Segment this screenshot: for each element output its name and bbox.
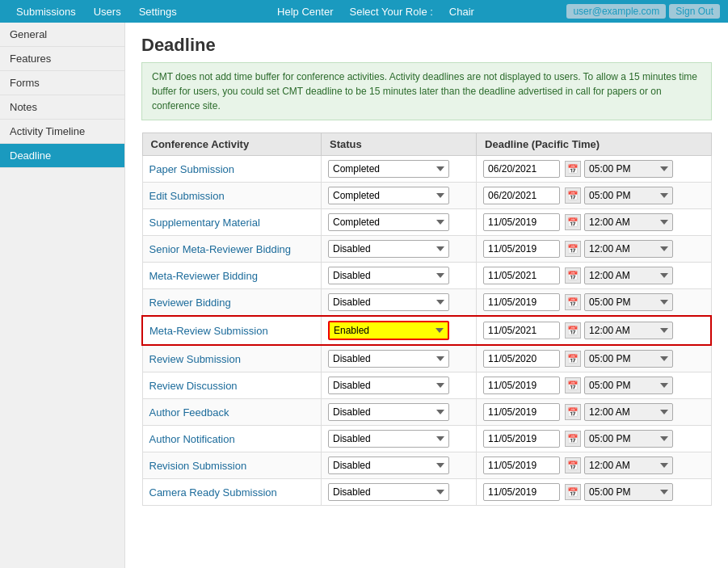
sidebar-item-features[interactable]: Features	[0, 47, 124, 71]
calendar-icon[interactable]: 📅	[565, 267, 581, 284]
time-select[interactable]: 12:00 AM05:00 PM11:59 PM	[584, 160, 673, 178]
role-selector[interactable]: Chair	[441, 2, 482, 21]
date-input[interactable]	[483, 293, 560, 311]
deadline-cell: 📅12:00 AM05:00 PM11:59 PM	[483, 267, 704, 284]
date-input[interactable]	[483, 240, 560, 258]
activity-name: Senior Meta-Reviewer Bidding	[149, 243, 292, 255]
time-select[interactable]: 12:00 AM05:00 PM11:59 PM	[584, 322, 673, 339]
deadline-table: Conference Activity Status Deadline (Pac…	[141, 133, 712, 506]
status-select[interactable]: DisabledEnabledCompleted	[328, 403, 449, 421]
date-input[interactable]	[483, 430, 560, 448]
date-input[interactable]	[483, 187, 560, 204]
date-input[interactable]	[483, 350, 560, 368]
status-select[interactable]: DisabledEnabledCompleted	[328, 350, 449, 368]
calendar-icon[interactable]: 📅	[565, 377, 581, 393]
table-row: Author NotificationDisabledEnabledComple…	[142, 426, 711, 452]
help-center[interactable]: Help Center	[269, 2, 341, 21]
table-row: Meta-Reviewer BiddingDisabledEnabledComp…	[142, 263, 711, 289]
activity-name: Paper Submission	[149, 163, 235, 175]
status-select[interactable]: DisabledEnabledCompleted	[328, 377, 449, 394]
nav-center: Help Center Select Your Role : Chair	[185, 2, 567, 21]
calendar-icon[interactable]: 📅	[565, 484, 581, 500]
deadline-cell: 📅12:00 AM05:00 PM11:59 PM	[483, 160, 704, 178]
table-row: Paper SubmissionDisabledEnabledCompleted…	[142, 156, 711, 183]
calendar-icon[interactable]: 📅	[565, 161, 581, 177]
deadline-cell: 📅12:00 AM05:00 PM11:59 PM	[483, 322, 704, 339]
calendar-icon[interactable]: 📅	[565, 214, 581, 230]
user-email-badge[interactable]: user@example.com	[566, 4, 666, 19]
date-input[interactable]	[483, 213, 560, 231]
nav-settings[interactable]: Settings	[131, 2, 185, 21]
status-select[interactable]: DisabledEnabledCompleted	[328, 430, 449, 448]
deadline-cell: 📅12:00 AM05:00 PM11:59 PM	[483, 457, 704, 474]
calendar-icon[interactable]: 📅	[565, 241, 581, 257]
col-activity: Conference Activity	[142, 133, 322, 156]
time-select[interactable]: 12:00 AM05:00 PM11:59 PM	[584, 457, 673, 474]
table-row: Senior Meta-Reviewer BiddingDisabledEnab…	[142, 236, 711, 263]
status-select[interactable]: DisabledEnabledCompleted	[328, 293, 449, 311]
sidebar: GeneralFeaturesFormsNotesActivity Timeli…	[0, 23, 125, 568]
calendar-icon[interactable]: 📅	[565, 404, 581, 420]
nav-right: user@example.com Sign Out	[566, 4, 720, 19]
deadline-cell: 📅12:00 AM05:00 PM11:59 PM	[483, 377, 704, 394]
date-input[interactable]	[483, 403, 560, 421]
time-select[interactable]: 12:00 AM05:00 PM11:59 PM	[584, 267, 673, 284]
table-row: Supplementary MaterialDisabledEnabledCom…	[142, 209, 711, 236]
time-select[interactable]: 12:00 AM05:00 PM11:59 PM	[584, 187, 673, 204]
status-select[interactable]: DisabledEnabledCompleted	[328, 187, 449, 204]
calendar-icon[interactable]: 📅	[565, 187, 581, 204]
date-input[interactable]	[483, 322, 560, 339]
time-select[interactable]: 12:00 AM05:00 PM11:59 PM	[584, 377, 673, 394]
date-input[interactable]	[483, 457, 560, 474]
activity-name: Review Submission	[149, 353, 241, 365]
calendar-icon[interactable]: 📅	[565, 457, 581, 473]
status-select[interactable]: DisabledEnabledCompleted	[328, 457, 449, 474]
time-select[interactable]: 12:00 AM05:00 PM11:59 PM	[584, 403, 673, 421]
time-select[interactable]: 12:00 AM05:00 PM11:59 PM	[584, 483, 673, 501]
nav-users[interactable]: Users	[86, 2, 129, 21]
date-input[interactable]	[483, 377, 560, 394]
table-row: Review SubmissionDisabledEnabledComplete…	[142, 345, 711, 372]
activity-name: Meta-Reviewer Bidding	[149, 270, 258, 282]
sidebar-item-general[interactable]: General	[0, 23, 124, 47]
date-input[interactable]	[483, 267, 560, 284]
select-role-label: Select Your Role :	[341, 2, 440, 21]
calendar-icon[interactable]: 📅	[565, 294, 581, 310]
status-select[interactable]: DisabledEnabledCompleted	[328, 321, 449, 340]
activity-name: Author Notification	[149, 433, 235, 445]
calendar-icon[interactable]: 📅	[565, 431, 581, 447]
activity-name: Reviewer Bidding	[149, 297, 231, 309]
deadline-cell: 📅12:00 AM05:00 PM11:59 PM	[483, 350, 704, 368]
deadline-cell: 📅12:00 AM05:00 PM11:59 PM	[483, 240, 704, 258]
activity-name: Edit Submission	[149, 190, 225, 202]
sidebar-item-deadline[interactable]: Deadline	[0, 144, 124, 168]
table-row: Review DiscussionDisabledEnabledComplete…	[142, 372, 711, 399]
calendar-icon[interactable]: 📅	[565, 351, 581, 367]
status-select[interactable]: DisabledEnabledCompleted	[328, 213, 449, 231]
time-select[interactable]: 12:00 AM05:00 PM11:59 PM	[584, 213, 673, 231]
time-select[interactable]: 12:00 AM05:00 PM11:59 PM	[584, 240, 673, 258]
status-select[interactable]: DisabledEnabledCompleted	[328, 160, 449, 178]
deadline-cell: 📅12:00 AM05:00 PM11:59 PM	[483, 293, 704, 311]
calendar-icon[interactable]: 📅	[565, 322, 581, 339]
signout-badge[interactable]: Sign Out	[669, 4, 720, 19]
date-input[interactable]	[483, 483, 560, 501]
table-row: Revision SubmissionDisabledEnabledComple…	[142, 452, 711, 479]
nav-submissions[interactable]: Submissions	[8, 2, 84, 21]
time-select[interactable]: 12:00 AM05:00 PM11:59 PM	[584, 430, 673, 448]
sidebar-item-notes[interactable]: Notes	[0, 95, 124, 120]
activity-name: Author Feedback	[149, 406, 229, 419]
activity-name: Revision Submission	[149, 460, 247, 472]
sidebar-item-activity-timeline[interactable]: Activity Timeline	[0, 120, 124, 144]
time-select[interactable]: 12:00 AM05:00 PM11:59 PM	[584, 350, 673, 368]
status-select[interactable]: DisabledEnabledCompleted	[328, 483, 449, 501]
activity-name: Supplementary Material	[149, 217, 260, 229]
sidebar-item-forms[interactable]: Forms	[0, 71, 124, 95]
info-box: CMT does not add time buffer for confere…	[141, 62, 712, 120]
time-select[interactable]: 12:00 AM05:00 PM11:59 PM	[584, 293, 673, 311]
status-select[interactable]: DisabledEnabledCompleted	[328, 267, 449, 284]
date-input[interactable]	[483, 160, 560, 178]
activity-name: Meta-Review Submission	[149, 325, 268, 337]
main-layout: GeneralFeaturesFormsNotesActivity Timeli…	[0, 23, 728, 568]
status-select[interactable]: DisabledEnabledCompleted	[328, 240, 449, 258]
